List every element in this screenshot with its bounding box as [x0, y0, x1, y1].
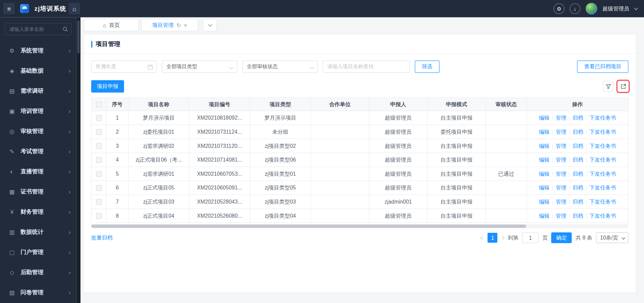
row-checkbox[interactable] [96, 143, 102, 149]
row-checkbox[interactable] [96, 213, 102, 219]
filter-button[interactable]: 筛选 [415, 60, 439, 73]
sidebar-item-system[interactable]: ⚙ 系统管理 › [0, 40, 76, 60]
cell-project-name: zj需求调研01 [128, 167, 189, 181]
issue-task-link[interactable]: 下发任务书 [589, 184, 616, 190]
issue-task-link[interactable]: 下发任务书 [589, 142, 616, 148]
refresh-icon[interactable]: ↻ [176, 22, 181, 28]
manage-link[interactable]: 管理 [556, 142, 567, 148]
settings-button[interactable]: ⚙ [554, 3, 565, 14]
archive-link[interactable]: 归档 [573, 171, 583, 177]
row-checkbox[interactable] [96, 185, 102, 191]
sidebar-item-questionnaire[interactable]: ▧ 问卷管理 › [0, 282, 76, 302]
sidebar-item-basic-data[interactable]: ◈ 基础数据 › [0, 60, 76, 81]
manage-link[interactable]: 管理 [556, 157, 567, 163]
project-name-input[interactable] [323, 61, 410, 72]
confirm-button[interactable]: 确定 [551, 232, 572, 243]
export-button[interactable] [618, 81, 629, 92]
table-row: 4 zj正式项目06（考... XM20210714081... zj项目类型0… [91, 153, 628, 167]
year-input[interactable] [92, 61, 156, 72]
issue-task-link[interactable]: 下发任务书 [589, 212, 616, 218]
prev-page-icon[interactable] [481, 236, 485, 240]
sidebar-item-logistics[interactable]: ◇ 后勤管理 › [0, 262, 76, 282]
row-checkbox[interactable] [96, 171, 102, 177]
edit-link[interactable]: 编辑 [539, 171, 550, 177]
archive-link[interactable]: 归档 [573, 184, 583, 190]
menu-toggle-button[interactable]: ≡ [3, 3, 15, 14]
tab-list-dropdown-button[interactable] [203, 19, 217, 31]
sidebar-item-finance[interactable]: ¥ 财务管理 › [0, 202, 76, 222]
sidebar-item-exam[interactable]: ✎ 考试管理 › [0, 141, 76, 161]
select-all-checkbox[interactable] [96, 102, 102, 107]
audit-status-select[interactable]: 全部审核状态 [242, 60, 318, 73]
issue-task-link[interactable]: 下发任务书 [589, 157, 616, 163]
cell-partner [311, 139, 369, 153]
project-apply-button[interactable]: 项目申报 [91, 80, 124, 93]
archive-link[interactable]: 归档 [573, 157, 583, 163]
manage-link[interactable]: 管理 [556, 199, 567, 205]
batch-archive-link[interactable]: 批量归档 [91, 234, 113, 242]
table-row: 7 zj正式项目03 XM20210528043... zj项目类型03 zja… [91, 195, 628, 209]
sidebar-item-portal[interactable]: ▢ 门户管理 › [0, 242, 76, 262]
cell-mode: 自主项目申报 [427, 153, 486, 167]
tab-home[interactable]: ⌂ 首页 [84, 19, 139, 31]
goto-page-input[interactable] [522, 232, 539, 243]
row-checkbox[interactable] [96, 129, 102, 135]
cell-mode: 自主项目申报 [427, 181, 486, 195]
home-button[interactable]: ⌂ [68, 3, 80, 14]
manage-link[interactable]: 管理 [556, 129, 567, 135]
archive-link[interactable]: 归档 [573, 199, 583, 205]
manage-link[interactable]: 管理 [556, 212, 567, 218]
edit-link[interactable]: 编辑 [539, 199, 550, 205]
archive-link[interactable]: 归档 [573, 115, 583, 121]
archive-link[interactable]: 归档 [573, 212, 583, 218]
archive-link[interactable]: 归档 [573, 142, 583, 148]
row-checkbox[interactable] [96, 115, 102, 121]
cell-project-code: XM20210714081... [189, 153, 250, 167]
issue-task-link[interactable]: 下发任务书 [589, 115, 616, 121]
chevron-down-icon[interactable] [634, 6, 638, 10]
sidebar-item-live[interactable]: ◐ 直播管理 › [0, 161, 76, 181]
cell-mode: 自主项目申报 [427, 167, 486, 181]
page-number-button[interactable]: 1 [488, 233, 497, 243]
edit-link[interactable]: 编辑 [539, 142, 550, 148]
column-filter-button[interactable] [603, 81, 614, 92]
download-button[interactable]: ↓ [570, 3, 580, 14]
user-name[interactable]: 超级管理员 [602, 5, 629, 12]
page-size-select[interactable]: 10条/页 [596, 232, 629, 243]
avatar[interactable] [586, 3, 597, 14]
menu-search-input[interactable] [5, 23, 71, 36]
sidebar-item-label: 数据统计 [20, 228, 68, 235]
edit-link[interactable]: 编辑 [539, 184, 550, 190]
issue-task-link[interactable]: 下发任务书 [589, 199, 616, 205]
cell-mode: 自主项目申报 [427, 195, 486, 209]
edit-link[interactable]: 编辑 [539, 212, 550, 218]
sidebar-item-demand-survey[interactable]: ▤ 需求调研 › [0, 81, 76, 101]
sidebar-item-certificate[interactable]: ▦ 证书管理 › [0, 181, 76, 202]
manage-link[interactable]: 管理 [556, 115, 567, 121]
edit-link[interactable]: 编辑 [539, 115, 550, 121]
sidebar-item-audit[interactable]: ◎ 审核管理 › [0, 121, 76, 141]
issue-task-link[interactable]: 下发任务书 [589, 129, 616, 135]
page-title: 项目管理 [96, 40, 120, 48]
sidebar-item-training[interactable]: ▣ 培训管理 › [0, 101, 76, 121]
horizontal-scrollbar-thumb[interactable] [91, 225, 526, 228]
manage-link[interactable]: 管理 [556, 184, 567, 190]
sidebar-item-statistics[interactable]: ▥ 数据统计 › [0, 222, 76, 242]
row-checkbox[interactable] [96, 157, 102, 163]
archive-link[interactable]: 归档 [573, 129, 583, 135]
view-archived-button[interactable]: 查看已归档项目 [577, 60, 628, 73]
issue-task-link[interactable]: 下发任务书 [589, 171, 616, 177]
edit-link[interactable]: 编辑 [539, 129, 550, 135]
edit-link[interactable]: 编辑 [539, 157, 550, 163]
project-type-select[interactable]: 全部项目类型 [162, 60, 237, 73]
row-checkbox[interactable] [96, 199, 102, 205]
chevron-right-icon: › [68, 168, 70, 174]
app-logo [20, 4, 29, 13]
cell-partner [311, 111, 369, 125]
manage-link[interactable]: 管理 [556, 171, 567, 177]
tab-project-management[interactable]: 项目管理 ↻ × [141, 19, 198, 31]
close-icon[interactable]: × [184, 22, 187, 28]
sidebar-scrollbar-thumb[interactable] [77, 20, 79, 53]
next-page-icon[interactable] [501, 236, 505, 240]
search-icon[interactable] [62, 26, 68, 32]
